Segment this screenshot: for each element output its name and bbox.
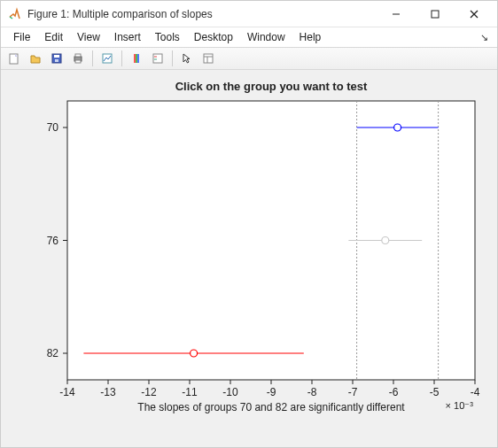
y-tick-label: 82 [47,347,59,359]
print-icon[interactable] [68,50,88,67]
window-title: Figure 1: Multiple comparison of slopes [27,8,377,20]
menu-file[interactable]: File [6,29,37,45]
svg-rect-12 [134,54,136,63]
save-icon[interactable] [47,50,66,67]
figure-canvas: Click on the group you want to test-14-1… [1,70,497,447]
menu-insert[interactable]: Insert [107,29,148,45]
group-marker-82[interactable] [191,350,198,357]
separator [172,50,173,66]
maximize-button[interactable] [416,2,455,27]
x-tick-label: -5 [430,386,440,398]
chart-title: Click on the group you want to test [175,80,368,93]
x-tick-label: -9 [267,386,276,398]
x-tick-label: -7 [348,386,358,398]
svg-rect-18 [204,54,213,63]
minimize-button[interactable] [377,2,416,27]
titlebar: Figure 1: Multiple comparison of slopes [1,1,497,27]
svg-rect-15 [153,54,162,63]
y-tick-label: 70 [47,121,59,134]
x-tick-label: -8 [307,386,317,398]
x-tick-label: -13 [100,386,116,398]
x-tick-label: -4 [471,386,480,398]
matlab-icon [8,7,22,21]
svg-rect-6 [54,55,59,58]
group-marker-76[interactable] [382,237,389,244]
separator [92,50,93,66]
x-tick-label: -11 [182,386,198,398]
close-button[interactable] [455,2,494,27]
menubar: File Edit View Insert Tools Desktop Wind… [1,27,497,47]
y-tick-label: 76 [47,235,59,247]
new-figure-icon[interactable] [4,50,24,67]
svg-rect-1 [432,11,439,18]
group-marker-70[interactable] [394,124,401,131]
svg-rect-13 [136,54,137,63]
comparison-message: The slopes of groups 70 and 82 are signi… [137,401,405,413]
svg-rect-9 [75,54,81,57]
x-tick-label: -12 [141,386,157,398]
property-inspector-icon[interactable] [198,50,218,67]
menu-window[interactable]: Window [240,29,292,45]
x-tick-label: -10 [222,386,238,398]
edit-plot-icon[interactable] [97,50,117,67]
x-multiplier-label: × 10⁻³ [446,400,474,411]
svg-rect-10 [75,60,81,63]
svg-rect-14 [137,54,139,63]
menu-edit[interactable]: Edit [37,29,70,45]
menu-help[interactable]: Help [292,29,329,45]
insert-colorbar-icon[interactable] [127,50,146,67]
menu-view[interactable]: View [70,29,107,45]
toolbar [1,47,497,70]
x-tick-label: -6 [389,386,399,398]
svg-rect-7 [55,59,58,62]
dock-button[interactable]: ↘ [477,32,492,43]
multcompare-plot[interactable]: Click on the group you want to test-14-1… [1,70,498,448]
pointer-icon[interactable] [177,50,197,67]
insert-legend-icon[interactable] [148,50,167,67]
open-icon[interactable] [26,50,45,67]
x-tick-label: -14 [59,386,75,398]
separator [121,50,122,66]
menu-desktop[interactable]: Desktop [187,29,240,45]
menu-tools[interactable]: Tools [148,29,187,45]
